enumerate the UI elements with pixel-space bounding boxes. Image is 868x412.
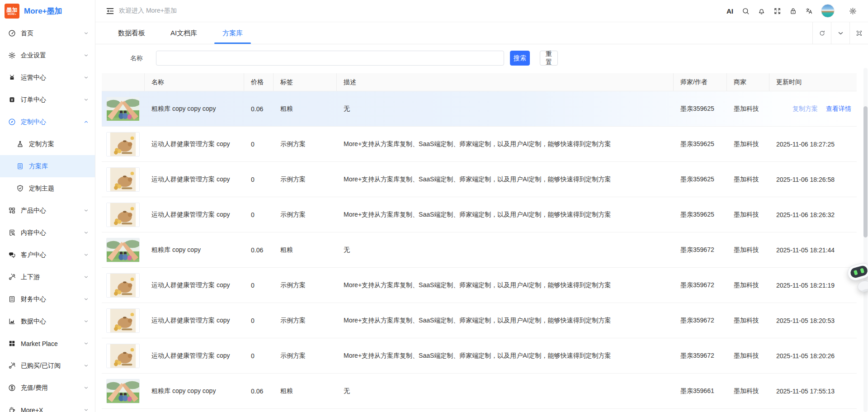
- table-row[interactable]: 粗粮库 copy copy copy 0.06 粗粮 无 墨亲359661 墨加…: [102, 374, 857, 409]
- plan-thumbnail: [106, 344, 140, 368]
- plan-description: 无: [337, 387, 674, 395]
- orders-icon: [8, 96, 16, 104]
- copy-plan-link[interactable]: 复制方案: [793, 105, 818, 113]
- sidebar-item-home[interactable]: 首页: [0, 22, 95, 44]
- plan-price: 0: [244, 282, 274, 289]
- chevron-down-icon: [84, 363, 89, 368]
- chain-icon: [8, 273, 16, 281]
- topbar: 欢迎进入 More+墨加 AI: [95, 0, 868, 22]
- chevron-down-icon: [84, 75, 89, 80]
- plan-tag: 粗粮: [274, 105, 337, 113]
- table-row[interactable]: 粗粮库 copy copy copy 0.06 粗粮 无 墨亲359625 墨加…: [102, 91, 857, 127]
- maximize-icon[interactable]: [849, 22, 868, 44]
- table-row[interactable]: 运动人群健康管理方案 copy 0 示例方案 More+支持从方案库复制、Saa…: [102, 268, 857, 303]
- chevron-down-icon: [84, 341, 89, 346]
- sidebar-item-plan-library[interactable]: 方案库: [0, 155, 95, 177]
- plan-thumbnail-cell: [102, 379, 145, 403]
- plan-description: 无: [337, 105, 674, 113]
- sidebar-item-supply-chain[interactable]: 上下游: [0, 266, 95, 288]
- table-row[interactable]: 运动人群健康管理方案 copy 0 示例方案 More+支持从方案库复制、Saa…: [102, 127, 857, 162]
- brand[interactable]: 墨加 MORE+ More+墨加: [0, 0, 95, 22]
- sidebar-item-label: 数据中心: [21, 317, 84, 326]
- tab-plan-library[interactable]: 方案库: [210, 22, 255, 44]
- collapse-sidebar-icon[interactable]: [105, 6, 115, 16]
- plan-merchant: 墨加科技: [727, 140, 769, 148]
- chevron-down-icon: [84, 53, 89, 58]
- plan-updated-time: 2025-11-06 18:27:25: [769, 141, 857, 148]
- chevron-down-icon: [84, 297, 89, 302]
- topbar-icons: AI: [722, 3, 861, 19]
- plan-author: 墨亲359661: [674, 387, 727, 395]
- sidebar-item-label: 方案库: [29, 162, 89, 170]
- table-row[interactable]: 运动人群健康管理方案 copy 0 示例方案 More+支持从方案库复制、Saa…: [102, 303, 857, 338]
- settings-gear-icon[interactable]: [845, 3, 861, 19]
- translate-icon[interactable]: [801, 3, 817, 19]
- column-header: 标签: [274, 73, 337, 91]
- ai-label: AI: [726, 7, 733, 15]
- view-detail-link[interactable]: 查看详情: [826, 105, 851, 113]
- library-icon: [16, 162, 24, 170]
- table-row[interactable]: 运动人群健康管理方案 copy 0 示例方案 More+支持从方案库复制、Saa…: [102, 338, 857, 374]
- plan-thumbnail: [106, 203, 140, 227]
- plan-thumbnail: [106, 97, 140, 121]
- notification-bell-icon[interactable]: [754, 3, 769, 19]
- sidebar-item-recharge-fees[interactable]: 充值/费用: [0, 377, 95, 399]
- tab-data-dashboard[interactable]: 数据看板: [105, 22, 158, 44]
- reset-button[interactable]: 重置: [540, 51, 558, 66]
- plan-description: More+支持从方案库复制、SaaS端定制、师家端定制，以及用户AI定制，能够快…: [337, 211, 674, 219]
- ai-assistant-icon[interactable]: AI: [722, 3, 738, 19]
- sidebar-item-order-center[interactable]: 订单中心: [0, 89, 95, 111]
- sidebar-item-label: Market Place: [21, 340, 84, 347]
- plan-description: More+支持从方案库复制、SaaS端定制、师家端定制，以及用户AI定制，能够快…: [337, 140, 674, 148]
- name-filter-input[interactable]: [156, 51, 504, 66]
- refresh-icon[interactable]: [812, 22, 831, 44]
- plan-thumbnail-cell: [102, 97, 145, 121]
- sidebar-item-product-center[interactable]: 产品中心: [0, 199, 95, 222]
- sidebar-item-market-place[interactable]: Market Place: [0, 332, 95, 355]
- search-button[interactable]: 搜索: [510, 51, 530, 66]
- sidebar-item-custom-theme[interactable]: 定制主题: [0, 177, 95, 199]
- sidebar-item-purchased-subscribed[interactable]: 已购买/已订阅: [0, 355, 95, 377]
- plan-price: 0: [244, 141, 274, 148]
- user-avatar[interactable]: [821, 4, 835, 18]
- plan-merchant: 墨加科技: [727, 317, 769, 325]
- table-row[interactable]: 运动人群健康管理方案 copy 0 示例方案 More+支持从方案库复制、Saa…: [102, 162, 857, 197]
- fullscreen-icon[interactable]: [769, 3, 785, 19]
- plan-thumbnail: [106, 273, 140, 298]
- table-row[interactable]: 粗粮库 copy copy 0.06 粗粮 无 墨亲359672 墨加科技 20…: [102, 232, 857, 268]
- sidebar-item-data-center[interactable]: 数据中心: [0, 310, 95, 332]
- sidebar-item-more-x[interactable]: More+X: [0, 399, 95, 412]
- sidebar-item-content-center[interactable]: 内容中心: [0, 222, 95, 244]
- plan-merchant: 墨加科技: [727, 281, 769, 289]
- row-actions: 复制方案 查看详情: [769, 105, 857, 113]
- plan-thumbnail-cell: [102, 203, 145, 227]
- sidebar-item-enterprise-settings[interactable]: 企业设置: [0, 44, 95, 66]
- tab-ai-doc-library[interactable]: AI文档库: [158, 22, 210, 44]
- content-area: 名称 搜索 重置 名称价格标签描述师家/作者商家更新时间 粗粮库 copy co…: [95, 44, 868, 409]
- plan-merchant: 墨加科技: [727, 352, 769, 360]
- plan-description: More+支持从方案库复制、SaaS端定制、师家端定制，以及用户AI定制，能够快…: [337, 352, 674, 360]
- operations-icon: [8, 74, 16, 81]
- lock-icon[interactable]: [785, 3, 801, 19]
- plan-author: 墨亲359672: [674, 317, 727, 325]
- subscribed-icon: [8, 362, 16, 369]
- table-body: 粗粮库 copy copy copy 0.06 粗粮 无 墨亲359625 墨加…: [102, 91, 857, 409]
- chevron-down-icon: [84, 252, 89, 257]
- sidebar-item-customer-center[interactable]: 客户中心: [0, 244, 95, 266]
- sidebar-item-operations-center[interactable]: 运营中心: [0, 66, 95, 89]
- sidebar-item-custom-plan[interactable]: 定制方案: [0, 133, 95, 155]
- product-icon: [8, 207, 16, 214]
- plan-name: 运动人群健康管理方案 copy: [145, 281, 244, 289]
- assistant-robot-icon[interactable]: [846, 260, 868, 293]
- sidebar-item-finance-center[interactable]: 财务中心: [0, 288, 95, 310]
- plan-thumbnail: [106, 308, 140, 333]
- search-icon[interactable]: [738, 3, 754, 19]
- plan-price: 0: [244, 352, 274, 360]
- plan-tag: 示例方案: [274, 211, 337, 219]
- plan-merchant: 墨加科技: [727, 175, 769, 184]
- scrollbar-thumb[interactable]: [863, 106, 868, 237]
- sidebar-item-customization-center[interactable]: 定制中心: [0, 111, 95, 133]
- chevron-down-icon[interactable]: [831, 22, 849, 44]
- sidebar-item-label: 内容中心: [21, 229, 84, 237]
- table-row[interactable]: 运动人群健康管理方案 copy 0 示例方案 More+支持从方案库复制、Saa…: [102, 197, 857, 232]
